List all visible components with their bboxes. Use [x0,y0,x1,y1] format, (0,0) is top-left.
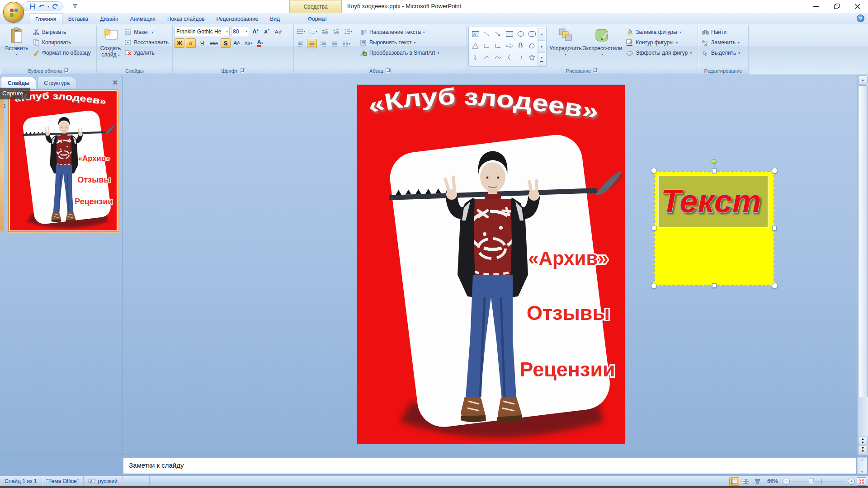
quick-styles-button[interactable]: Экспресс-стили ▾ [583,27,622,67]
fit-to-window-button[interactable] [857,477,866,486]
pane-tab-outline[interactable]: Структура [37,77,76,89]
restore-button[interactable] [826,0,847,13]
numbering-button[interactable]: 12▾ [308,27,319,36]
arrange-dropdown[interactable]: ▾ [565,52,566,58]
columns-button[interactable]: ▾ [341,39,352,48]
tab-insert[interactable]: Вставка [62,14,94,24]
handle-left[interactable] [652,226,656,230]
shape-right-arrow-icon[interactable] [504,40,515,52]
handle-top-left[interactable] [651,168,657,174]
next-slide-button[interactable]: ▼▼ [858,445,868,454]
save-button[interactable] [28,2,37,10]
character-spacing-button[interactable]: AV▾ [232,38,242,48]
slideshow-button[interactable] [753,477,763,486]
cut-button[interactable]: Вырезать [31,28,93,37]
shape-right-brace-icon[interactable] [515,52,526,63]
textbox-wordart-area[interactable]: Текст [658,175,769,228]
convert-smartart-button[interactable]: Преобразовать в SmartArt▾ [358,48,441,57]
help-button[interactable]: ? [857,14,864,22]
shape-outline-button[interactable]: Контур фигуры▾ [624,38,693,47]
shape-oval-icon[interactable] [515,28,526,40]
tab-animation[interactable]: Анимация [124,14,161,24]
scroll-up-button[interactable]: ▲ [858,75,868,84]
slide-thumbnail[interactable] [8,89,118,232]
zoom-slider[interactable] [793,481,844,482]
paste-button[interactable]: Вставить ▾ [3,27,31,67]
customize-qat-button[interactable]: ▬▾ [71,3,79,10]
zoom-slider-thumb[interactable] [809,478,814,485]
tab-slideshow[interactable]: Показ слайдов [161,14,211,24]
shape-effects-button[interactable]: Эффекты для фигур▾ [624,48,693,57]
shape-down-arrow-icon[interactable] [515,40,526,52]
undo-button[interactable] [38,2,46,10]
tab-home[interactable]: Главная [29,14,62,24]
paragraph-dialog-launcher[interactable] [386,68,391,73]
tab-format[interactable]: Формат [302,14,333,24]
shape-textbox-icon[interactable]: A [470,28,481,40]
font-name-combo[interactable]: Franklin Gothic He▾ [175,27,230,36]
find-button[interactable]: Найти [700,28,742,37]
font-size-combo[interactable]: 80▾ [231,27,249,36]
shape-arrow-icon[interactable] [492,28,504,40]
minimize-button[interactable] [806,0,826,13]
line-spacing-button[interactable]: ▾ [343,27,354,36]
shapes-scroll-up[interactable]: ▲ [538,28,545,41]
handle-top[interactable] [712,169,717,173]
handle-right[interactable] [772,226,777,230]
clear-formatting-button[interactable]: A [273,27,283,36]
new-slide-button[interactable]: Создать слайд ▾ [99,27,123,67]
shape-triangle-icon[interactable] [470,40,481,52]
pane-tab-slides[interactable]: Слайды [1,77,36,89]
bold-button[interactable]: Ж [175,38,184,48]
new-slide-dropdown[interactable]: ▾ [118,53,120,57]
undo-dropdown[interactable]: ▾ [47,5,49,9]
replace-button[interactable]: abac Заменить▾ [700,38,742,47]
format-painter-button[interactable]: Формат по образцу [31,48,93,57]
scrollbar-thumb[interactable] [858,85,868,397]
shapes-scroll-down[interactable]: ▼ [538,41,545,53]
redo-button[interactable] [51,2,59,10]
shape-line-icon[interactable] [481,28,492,40]
grow-font-button[interactable]: A▴ [250,27,260,36]
shrink-font-button[interactable]: A▾ [262,27,272,36]
align-left-button[interactable] [296,39,306,48]
drawing-dialog-launcher[interactable] [593,68,598,73]
zoom-out-button[interactable]: − [783,478,790,485]
shape-arc-icon[interactable] [481,52,492,63]
pane-close-button[interactable]: ✕ [110,77,120,89]
align-text-button[interactable]: Выровнять текст▾ [358,38,441,47]
shape-left-brace-icon[interactable] [504,52,515,63]
close-button[interactable] [847,0,868,13]
shape-fill-button[interactable]: Заливка фигуры▾ [624,28,693,37]
scrollbar-track[interactable] [858,398,868,436]
selected-textbox[interactable]: Текст [654,171,774,286]
increase-indent-button[interactable] [331,27,341,36]
justify-button[interactable] [330,39,340,48]
status-theme[interactable]: "Тема Office" [42,476,84,486]
select-button[interactable]: Выделить▾ [700,48,742,57]
reset-slide-button[interactable]: Восстановить [123,38,170,47]
normal-view-button[interactable] [729,477,739,486]
slide-editing-surface[interactable] [357,85,625,444]
shape-elbow-arrow-icon[interactable] [492,40,504,52]
clipboard-dialog-launcher[interactable] [64,68,69,73]
italic-button[interactable]: К [186,38,196,48]
shapes-more-button[interactable]: ▼▬ [538,53,545,66]
align-center-button[interactable] [307,39,317,48]
change-case-button[interactable]: Aa▾ [243,38,254,48]
handle-bottom[interactable] [712,283,717,288]
decrease-indent-button[interactable] [320,27,330,36]
shape-rectangle-icon[interactable] [504,28,515,40]
bullets-button[interactable]: ▾ [296,27,307,36]
shape-star-icon[interactable] [526,52,538,63]
font-color-button[interactable]: А▾ [255,38,265,48]
shape-blob-icon[interactable] [526,40,538,52]
tab-design[interactable]: Дизайн [94,14,124,24]
status-language[interactable]: русский [84,476,123,486]
align-right-button[interactable] [318,39,328,48]
quick-styles-dropdown[interactable]: ▾ [601,52,603,58]
vertical-scrollbar[interactable]: ▲ ▲▲ ▼▼ [857,75,868,455]
textbox-text[interactable]: Текст [661,183,761,219]
shape-elbow-icon[interactable] [481,40,492,52]
copy-button[interactable]: Копировать [31,38,93,47]
